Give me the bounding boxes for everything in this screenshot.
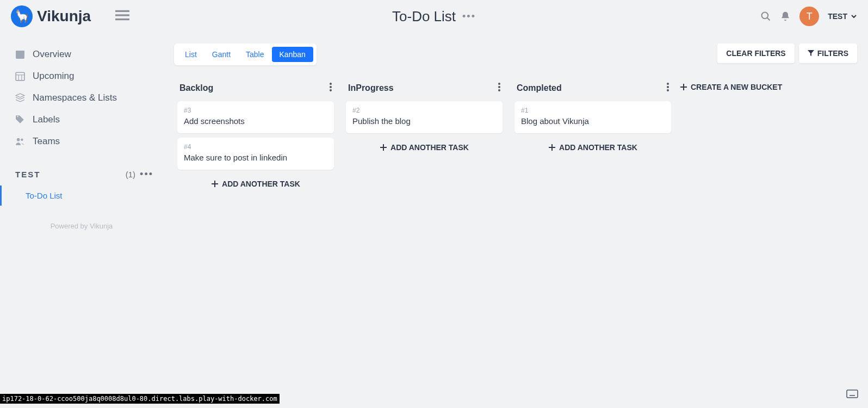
avatar-initial: T — [807, 11, 813, 22]
page-title: To-Do List — [392, 8, 456, 25]
keyboard-icon[interactable] — [846, 390, 858, 400]
page-menu-icon[interactable]: ••• — [462, 11, 476, 22]
bucket: Backlog#3Add screenshots#4Make sure to p… — [174, 78, 337, 194]
card-title: Make sure to post in linkedin — [184, 153, 327, 162]
sidebar-item-label: Labels — [33, 114, 60, 125]
card-id: #3 — [184, 107, 327, 114]
sidebar-item-label: Upcoming — [33, 71, 75, 82]
app-name: Vikunja — [37, 8, 91, 25]
sidebar-item-upcoming[interactable]: Upcoming — [0, 65, 163, 87]
bucket-menu-icon[interactable] — [498, 83, 500, 94]
bell-icon[interactable] — [780, 11, 791, 22]
tab-gantt[interactable]: Gantt — [204, 47, 238, 62]
svg-point-14 — [330, 86, 332, 88]
tab-list[interactable]: List — [177, 47, 204, 62]
svg-point-19 — [498, 86, 500, 88]
bucket-title[interactable]: Backlog — [179, 83, 213, 93]
list-item-todo[interactable]: To-Do List — [0, 186, 163, 206]
sidebar-item-namespaces[interactable]: Namespaces & Lists — [0, 87, 163, 109]
bucket-title[interactable]: Completed — [517, 83, 562, 93]
bucket-menu-icon[interactable] — [330, 83, 332, 94]
list-item-label: To-Do List — [26, 191, 63, 200]
sidebar-item-label: Overview — [33, 49, 71, 60]
filter-icon — [808, 50, 814, 57]
kanban-card[interactable]: #2Publish the blog — [346, 101, 503, 133]
menu-toggle-icon[interactable] — [115, 10, 129, 23]
sidebar-item-labels[interactable]: Labels — [0, 109, 163, 131]
svg-point-24 — [667, 86, 669, 88]
view-switcher: List Gantt Table Kanban — [174, 44, 317, 65]
status-url: ip172-18-0-62-ccoo500ja8q0008d8ul0-80.di… — [0, 394, 280, 404]
card-title: Add screenshots — [184, 116, 327, 126]
user-menu[interactable]: TEST — [828, 12, 857, 21]
svg-point-20 — [498, 89, 500, 91]
svg-point-25 — [667, 89, 669, 91]
sidebar: Overview Upcoming Namespaces & Lists Lab… — [0, 33, 163, 408]
bucket-title[interactable]: InProgress — [348, 83, 394, 93]
namespace-menu-icon[interactable]: ••• — [140, 169, 153, 180]
user-name: TEST — [828, 12, 847, 21]
add-task-button[interactable]: ADD ANOTHER TASK — [343, 138, 506, 157]
svg-point-15 — [330, 89, 332, 91]
card-id: #1 — [521, 107, 665, 114]
add-task-button[interactable]: ADD ANOTHER TASK — [511, 138, 674, 157]
search-icon[interactable] — [760, 11, 771, 22]
bucket: Completed#1Blog about VikunjaADD ANOTHER… — [511, 78, 674, 157]
svg-point-12 — [21, 138, 23, 141]
calendar-grid-icon — [15, 71, 25, 81]
sidebar-item-label: Teams — [33, 136, 60, 147]
calendar-icon — [15, 50, 25, 59]
bucket: InProgress#2Publish the blogADD ANOTHER … — [343, 78, 506, 157]
namespace-title: TEST — [15, 170, 40, 179]
card-title: Blog about Vikunja — [521, 116, 665, 126]
svg-line-4 — [767, 18, 770, 21]
card-id: #2 — [352, 107, 496, 114]
svg-rect-6 — [16, 51, 24, 53]
layers-icon — [15, 93, 25, 103]
card-title: Publish the blog — [352, 116, 496, 126]
sidebar-item-overview[interactable]: Overview — [0, 44, 163, 65]
namespace-header[interactable]: TEST (1) ••• — [0, 159, 163, 186]
clear-filters-button[interactable]: CLEAR FILTERS — [717, 44, 794, 63]
filters-button[interactable]: FILTERS — [799, 44, 857, 63]
chevron-down-icon — [851, 13, 857, 20]
logo-icon: 🦙 — [11, 5, 33, 27]
logo[interactable]: 🦙 Vikunja — [11, 5, 91, 27]
svg-point-13 — [330, 83, 332, 85]
svg-rect-30 — [847, 390, 858, 398]
card-id: #4 — [184, 143, 327, 151]
sidebar-item-label: Namespaces & Lists — [33, 92, 117, 103]
add-task-button[interactable]: ADD ANOTHER TASK — [174, 174, 337, 194]
tab-kanban[interactable]: Kanban — [272, 47, 313, 62]
tab-table[interactable]: Table — [238, 47, 271, 62]
users-icon — [15, 137, 25, 146]
namespace-count: (1) — [126, 170, 135, 179]
svg-point-3 — [762, 13, 768, 19]
sidebar-item-teams[interactable]: Teams — [0, 131, 163, 152]
avatar[interactable]: T — [799, 7, 819, 26]
kanban-card[interactable]: #4Make sure to post in linkedin — [177, 138, 334, 170]
bucket-menu-icon[interactable] — [667, 83, 669, 94]
svg-rect-7 — [16, 72, 24, 81]
powered-by: Powered by Vikunja — [0, 222, 163, 230]
tags-icon — [15, 115, 25, 125]
svg-point-18 — [498, 83, 500, 85]
create-bucket-button[interactable]: CREATE A NEW BUCKET — [680, 78, 782, 96]
svg-point-23 — [667, 83, 669, 85]
kanban-card[interactable]: #3Add screenshots — [177, 101, 334, 133]
kanban-card[interactable]: #1Blog about Vikunja — [514, 101, 671, 133]
svg-point-11 — [17, 138, 20, 141]
